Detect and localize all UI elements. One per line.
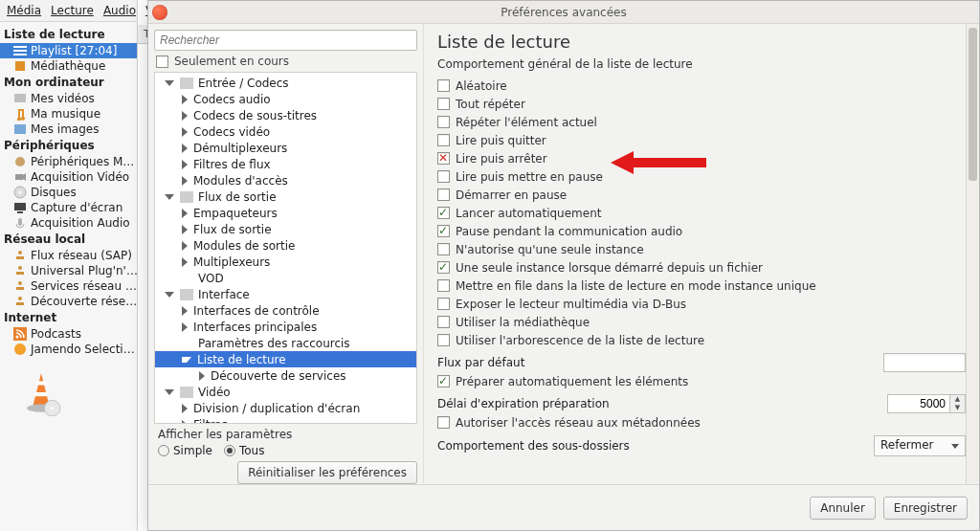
lib-item-capture[interactable]: Capture d'écran xyxy=(0,200,137,215)
opt-use-tree[interactable]: Utiliser l'arborescence de la liste de l… xyxy=(437,331,966,349)
radio-all[interactable]: Tous xyxy=(224,444,265,457)
page-subtitle: Comportement général de la liste de lect… xyxy=(437,57,966,71)
tree-video[interactable]: Vidéo xyxy=(155,384,416,400)
lib-item-podcasts[interactable]: Podcasts xyxy=(0,326,137,342)
lib-header-periph: Périphériques xyxy=(0,137,137,154)
prep-timeout-spinner[interactable]: ▲▼ xyxy=(887,394,966,413)
tree-sout-stream[interactable]: Flux de sortie xyxy=(155,221,416,237)
menu-lecture[interactable]: Lecture xyxy=(48,3,97,18)
opt-dbus[interactable]: Exposer le lecteur multimédia via D-Bus xyxy=(437,295,966,313)
tree-splitter[interactable]: Division / duplication d'écran xyxy=(155,400,416,416)
lib-item-disks[interactable]: Disques xyxy=(0,185,137,200)
checkbox-icon xyxy=(156,55,168,68)
svg-rect-7 xyxy=(15,174,23,180)
lib-item-images[interactable]: Mes images xyxy=(0,122,137,137)
radio-simple[interactable]: Simple xyxy=(158,444,212,457)
opt-repeat-all[interactable]: Tout répéter xyxy=(437,95,966,113)
tree-demux[interactable]: Démultiplexeurs xyxy=(155,140,416,156)
opt-play-quit[interactable]: Lire puis quitter xyxy=(437,131,966,149)
lib-item-devices[interactable]: Périphériques M… xyxy=(0,154,137,169)
lib-item-netdiscover[interactable]: Découverte rése… xyxy=(0,294,137,309)
lib-item-upnp[interactable]: Universal Plug'n'… xyxy=(0,263,137,278)
tree-main-interfaces[interactable]: Interfaces principales xyxy=(155,319,416,335)
tree-entry-codecs[interactable]: Entrée / Codecs xyxy=(155,75,416,91)
preferences-dialog: Préférences avancées Seulement en cours … xyxy=(147,0,980,531)
search-input[interactable] xyxy=(154,30,417,51)
opt-autostart[interactable]: Lancer automatiquement xyxy=(437,204,966,222)
opt-play-stop[interactable]: Lire puis arrêter xyxy=(437,149,966,167)
rss-icon xyxy=(13,327,27,341)
right-panel-scrollbar[interactable] xyxy=(966,24,979,484)
sout-icon xyxy=(180,191,193,203)
lib-item-acq-video[interactable]: Acquisition Vidéo xyxy=(0,169,137,185)
default-stream-input[interactable] xyxy=(883,353,966,372)
playlist-icon xyxy=(13,44,27,57)
opt-repeat-current[interactable]: Répéter l'élément actuel xyxy=(437,113,966,131)
search-container xyxy=(154,30,417,51)
svg-point-10 xyxy=(19,191,22,194)
tree-mux[interactable]: Multiplexeurs xyxy=(155,254,416,270)
tree-codecs-audio[interactable]: Codecs audio xyxy=(155,91,416,107)
opt-single-instance[interactable]: N'autorise qu'une seule instance xyxy=(437,240,966,258)
opt-auto-prep[interactable]: Préparer automatiquement les éléments xyxy=(437,372,966,390)
menu-media[interactable]: Média xyxy=(4,3,44,18)
lib-item-music[interactable]: Ma musique xyxy=(0,106,137,122)
video-icon xyxy=(13,92,27,105)
tree-hotkeys[interactable]: Paramètres des raccourcis xyxy=(155,335,416,351)
opt-use-media[interactable]: Utiliser la médiathèque xyxy=(437,313,966,331)
default-stream-label: Flux par défaut xyxy=(437,356,524,369)
preferences-left-panel: Seulement en cours Entrée / Codecs Codec… xyxy=(148,24,424,484)
spinner-buttons[interactable]: ▲▼ xyxy=(950,394,966,413)
opt-single-file[interactable]: Une seule instance lorsque démarré depui… xyxy=(437,258,966,277)
opt-start-paused[interactable]: Démarrer en pause xyxy=(437,186,966,204)
opt-enqueue[interactable]: Mettre en file dans la liste de lecture … xyxy=(437,277,966,295)
tree-vod[interactable]: VOD xyxy=(155,270,416,286)
lib-item-acq-audio[interactable]: Acquisition Audio xyxy=(0,215,137,231)
tree-interface[interactable]: Interface xyxy=(155,286,416,302)
lib-item-sap[interactable]: Flux réseau (SAP) xyxy=(0,248,137,263)
tree-packetizers[interactable]: Empaqueteurs xyxy=(155,205,416,221)
subfolders-select[interactable]: Refermer xyxy=(874,435,966,456)
svg-rect-5 xyxy=(14,124,26,134)
svg-point-6 xyxy=(15,157,25,166)
tree-output-modules[interactable]: Modules de sortie xyxy=(155,237,416,254)
tree-ctrl-interfaces[interactable]: Interfaces de contrôle xyxy=(155,302,416,319)
preferences-tree[interactable]: Entrée / Codecs Codecs audio Codecs de s… xyxy=(154,72,417,424)
codecs-icon xyxy=(180,77,193,89)
tree-stream-output[interactable]: Flux de sortie xyxy=(155,188,416,205)
svg-point-14 xyxy=(18,251,22,254)
svg-rect-26 xyxy=(36,381,46,385)
svg-rect-0 xyxy=(13,46,27,48)
cancel-button[interactable]: Annuler xyxy=(810,497,876,520)
tree-service-discovery[interactable]: Découverte de services xyxy=(155,367,416,384)
lib-item-videos[interactable]: Mes vidéos xyxy=(0,91,137,106)
prep-timeout-input[interactable] xyxy=(887,394,950,413)
close-icon[interactable] xyxy=(152,5,167,20)
tree-access-modules[interactable]: Modules d'accès xyxy=(155,172,416,188)
only-current-checkbox[interactable]: Seulement en cours xyxy=(156,55,415,68)
tree-playlist[interactable]: Liste de lecture xyxy=(155,351,416,367)
discover-icon xyxy=(13,295,27,308)
svg-rect-19 xyxy=(16,287,24,290)
lib-item-playlist[interactable]: Playlist [27:04] xyxy=(0,43,137,58)
opt-allow-net[interactable]: Autoriser l'accès réseau aux métadonnées xyxy=(437,413,966,431)
reset-button[interactable]: Réinitialiser les préférences xyxy=(237,461,417,484)
chevron-down-icon: ▼ xyxy=(950,404,965,412)
tree-stream-filters[interactable]: Filtres de flux xyxy=(155,156,416,172)
chevron-up-icon: ▲ xyxy=(950,395,965,404)
tree-codecs-video[interactable]: Codecs vidéo xyxy=(155,123,416,140)
tree-codecs-subtitles[interactable]: Codecs de sous-titres xyxy=(155,107,416,123)
save-button[interactable]: Enregistrer xyxy=(883,497,968,520)
page-title: Liste de lecture xyxy=(437,32,966,52)
opt-random[interactable]: Aléatoire xyxy=(437,77,966,95)
opt-pause-comm[interactable]: Pause pendant la communication audio xyxy=(437,222,966,240)
tree-filters[interactable]: Filtres xyxy=(155,416,416,424)
lib-item-netservices[interactable]: Services réseau … xyxy=(0,278,137,294)
preferences-right-panel: Liste de lecture Comportement général de… xyxy=(424,24,979,484)
svg-marker-25 xyxy=(33,373,50,405)
library-tree: Liste de lecture Playlist [27:04] Médiat… xyxy=(0,22,137,361)
lib-item-mediatheque[interactable]: Médiathèque xyxy=(0,58,137,74)
opt-play-pause[interactable]: Lire puis mettre en pause xyxy=(437,167,966,186)
menu-audio[interactable]: Audio xyxy=(100,3,139,18)
lib-item-jamendo[interactable]: Jamendo Selecti… xyxy=(0,342,137,357)
